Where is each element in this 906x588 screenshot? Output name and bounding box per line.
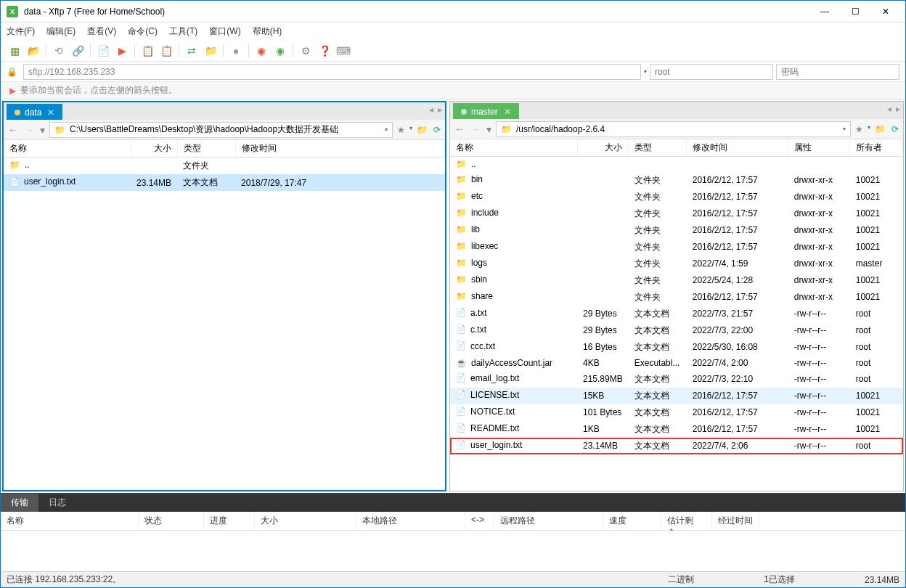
status-bar: 已连接 192.168.235.233:22。 二进制 1已选择 23.14MB bbox=[1, 571, 905, 587]
nav-back-icon[interactable]: ← bbox=[453, 123, 466, 135]
username-input[interactable] bbox=[650, 64, 773, 80]
col-owner[interactable]: 所有者 bbox=[850, 139, 903, 157]
tcol-size[interactable]: 大小 bbox=[255, 512, 356, 530]
col-type[interactable]: 类型 bbox=[177, 140, 235, 158]
file-row[interactable]: 📄user_login.txt23.14MB文本文档2018/7/29, 17:… bbox=[4, 174, 445, 191]
file-row[interactable]: 📁lib文件夹2016/2/12, 17:57drwxr-xr-x10021 bbox=[450, 222, 903, 239]
sync-folder-icon[interactable]: 📁 bbox=[203, 43, 219, 59]
remote-tab[interactable]: master ✕ bbox=[453, 103, 519, 119]
file-row[interactable]: 📄user_login.txt23.14MB文本文档2022/7/4, 2:06… bbox=[450, 438, 903, 454]
file-row[interactable]: 📁share文件夹2016/2/12, 17:57drwxr-xr-x10021 bbox=[450, 289, 903, 306]
reconnect-icon[interactable]: ⟲ bbox=[51, 43, 67, 59]
file-row[interactable]: 📁..文件夹 bbox=[4, 158, 445, 175]
remote-tab-label: master bbox=[471, 107, 498, 117]
col-modified[interactable]: 修改时间 bbox=[687, 139, 788, 157]
new-folder-icon[interactable]: 📁 bbox=[415, 125, 429, 135]
col-type[interactable]: 类型 bbox=[629, 139, 687, 157]
minimize-button[interactable]: — bbox=[814, 7, 836, 17]
menu-edit[interactable]: 编辑(E) bbox=[46, 25, 76, 38]
file-row[interactable]: 📄ccc.txt16 Bytes文本文档2022/5/30, 16:08-rw-… bbox=[450, 339, 903, 356]
tcol-name[interactable]: 名称 bbox=[1, 512, 139, 530]
paste-icon[interactable]: 📋 bbox=[158, 43, 174, 59]
col-modified[interactable]: 修改时间 bbox=[235, 140, 444, 158]
nav-menu-icon[interactable]: ▾ bbox=[485, 123, 493, 135]
tab-next-icon[interactable]: ▸ bbox=[896, 104, 900, 114]
maximize-button[interactable]: ☐ bbox=[844, 7, 866, 17]
file-row[interactable]: 📁.. bbox=[450, 157, 903, 172]
menu-help[interactable]: 帮助(H) bbox=[253, 25, 282, 38]
col-name[interactable]: 名称 bbox=[450, 139, 577, 157]
menu-window[interactable]: 窗口(W) bbox=[209, 25, 240, 38]
file-row[interactable]: 📁logs文件夹2022/7/4, 1:59drwxr-xr-xmaster bbox=[450, 256, 903, 272]
tcol-eta[interactable]: 估计剩余... bbox=[661, 512, 712, 530]
tab-log[interactable]: 日志 bbox=[38, 494, 76, 512]
file-row[interactable]: 📄LICENSE.txt15KB文本文档2016/2/12, 17:57-rw-… bbox=[450, 388, 903, 404]
close-button[interactable]: ✕ bbox=[875, 7, 897, 17]
close-tab-icon[interactable]: ✕ bbox=[504, 107, 511, 117]
tcol-arrow[interactable]: <-> bbox=[465, 512, 494, 530]
tcol-local[interactable]: 本地路径 bbox=[356, 512, 465, 530]
tcol-remote[interactable]: 远程路径 bbox=[494, 512, 603, 530]
tcol-elapsed[interactable]: 经过时间 bbox=[712, 512, 759, 530]
file-row[interactable]: 📄a.txt29 Bytes文本文档2022/7/3, 21:57-rw-r--… bbox=[450, 306, 903, 322]
col-name[interactable]: 名称 bbox=[4, 140, 131, 158]
file-row[interactable]: 📁bin文件夹2016/2/12, 17:57drwxr-xr-x10021 bbox=[450, 172, 903, 189]
col-attr[interactable]: 属性 bbox=[788, 139, 850, 157]
local-file-list[interactable]: 名称 大小 类型 修改时间 📁..文件夹📄user_login.txt23.14… bbox=[4, 140, 445, 490]
menu-commands[interactable]: 命令(C) bbox=[128, 25, 158, 38]
xftp-icon[interactable]: ◉ bbox=[272, 43, 288, 59]
bookmark-icon[interactable]: ★ bbox=[854, 124, 865, 134]
stop-icon[interactable]: ● bbox=[228, 43, 244, 59]
close-tab-icon[interactable]: ✕ bbox=[47, 107, 54, 118]
tab-prev-icon[interactable]: ◂ bbox=[429, 105, 433, 115]
file-row[interactable]: 📄NOTICE.txt101 Bytes文本文档2016/2/12, 17:57… bbox=[450, 404, 903, 421]
nav-menu-icon[interactable]: ▾ bbox=[38, 124, 46, 136]
file-row[interactable]: 📁etc文件夹2016/2/12, 17:57drwxr-xr-x10021 bbox=[450, 189, 903, 205]
play-icon[interactable]: ▶ bbox=[114, 43, 130, 59]
col-size[interactable]: 大小 bbox=[577, 139, 629, 157]
history-dropdown[interactable]: ▾ bbox=[644, 68, 647, 75]
file-row[interactable]: 📁sbin文件夹2022/5/24, 1:28drwxr-xr-x10021 bbox=[450, 272, 903, 289]
local-tab[interactable]: data ✕ bbox=[7, 104, 62, 120]
file-row[interactable]: 📁libexec文件夹2016/2/12, 17:57drwxr-xr-x100… bbox=[450, 239, 903, 256]
nav-forward-icon[interactable]: → bbox=[23, 124, 36, 136]
tab-transfer[interactable]: 传输 bbox=[1, 494, 38, 512]
xshell-icon[interactable]: ◉ bbox=[253, 43, 269, 59]
open-session-icon[interactable]: 📂 bbox=[25, 43, 41, 59]
nav-back-icon[interactable]: ← bbox=[7, 124, 20, 136]
remote-path-input[interactable]: 📁 /usr/local/hadoop-2.6.4 ▾ bbox=[496, 121, 851, 137]
file-row[interactable]: 📄README.txt1KB文本文档2016/2/12, 17:57-rw-r-… bbox=[450, 421, 903, 438]
new-session-icon[interactable]: ▦ bbox=[7, 43, 23, 59]
tab-next-icon[interactable]: ▸ bbox=[438, 105, 442, 115]
nav-forward-icon[interactable]: → bbox=[469, 123, 482, 135]
remote-file-list[interactable]: 名称 大小 类型 修改时间 属性 所有者 📁..📁bin文件夹2016/2/12… bbox=[450, 139, 903, 491]
tcol-status[interactable]: 状态 bbox=[139, 512, 204, 530]
refresh-icon[interactable]: ⟳ bbox=[890, 124, 900, 134]
new-file-icon[interactable]: 📄 bbox=[95, 43, 111, 59]
bookmark-icon[interactable]: ★ bbox=[396, 125, 407, 135]
file-row[interactable]: ☕dailyAccessCount.jar4KBExecutabl...2022… bbox=[450, 356, 903, 371]
address-input[interactable] bbox=[23, 64, 641, 80]
tcol-speed[interactable]: 速度 bbox=[603, 512, 661, 530]
file-row[interactable]: 📄c.txt29 Bytes文本文档2022/7/3, 22:00-rw-r--… bbox=[450, 322, 903, 339]
local-path-input[interactable]: 📁 C:\Users\BattleDreams\Desktop\资源\hadoo… bbox=[49, 122, 393, 138]
help-icon[interactable]: ❓ bbox=[317, 43, 332, 59]
transfer-list[interactable] bbox=[1, 531, 905, 571]
tab-prev-icon[interactable]: ◂ bbox=[887, 104, 891, 114]
new-folder-icon[interactable]: 📁 bbox=[873, 124, 887, 134]
menu-file[interactable]: 文件(F) bbox=[7, 25, 35, 38]
refresh-icon[interactable]: ⟳ bbox=[432, 125, 442, 135]
menu-tools[interactable]: 工具(T) bbox=[169, 25, 197, 38]
col-size[interactable]: 大小 bbox=[131, 140, 177, 158]
menu-view[interactable]: 查看(V) bbox=[87, 25, 116, 38]
remote-path-bar: ← → ▾ 📁 /usr/local/hadoop-2.6.4 ▾ ★▾ 📁 ⟳ bbox=[450, 119, 903, 139]
file-row[interactable]: 📁include文件夹2016/2/12, 17:57drwxr-xr-x100… bbox=[450, 205, 903, 222]
terminal-icon[interactable]: ⌨ bbox=[335, 43, 351, 59]
file-row[interactable]: 📄email_log.txt215.89MB文本文档2022/7/3, 22:1… bbox=[450, 371, 903, 388]
link-icon[interactable]: 🔗 bbox=[70, 43, 86, 59]
settings-icon[interactable]: ⚙ bbox=[298, 43, 314, 59]
tcol-progress[interactable]: 进度 bbox=[204, 512, 255, 530]
password-input[interactable] bbox=[776, 64, 899, 80]
sync-icon[interactable]: ⇄ bbox=[184, 43, 200, 59]
copy-icon[interactable]: 📋 bbox=[139, 43, 155, 59]
